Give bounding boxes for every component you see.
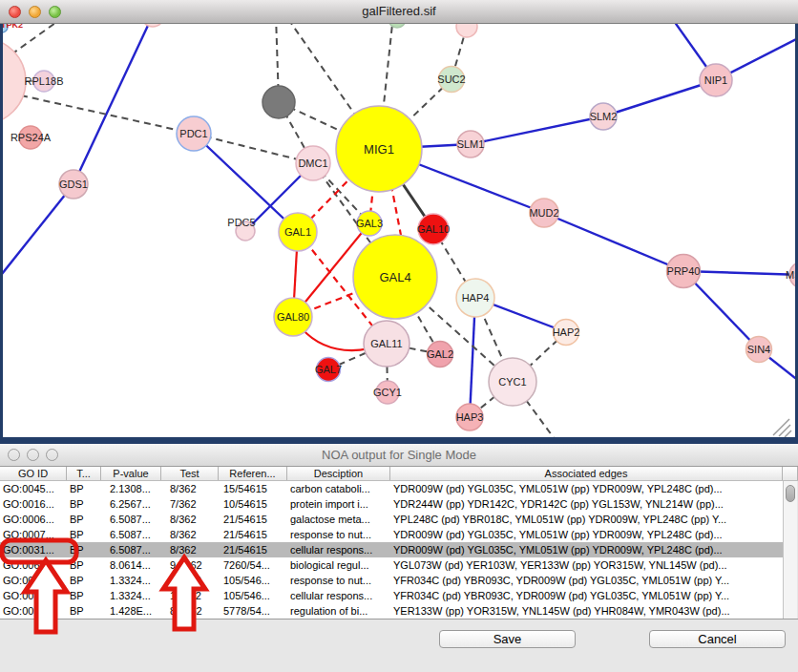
table-row[interactable]: GO:0031...BP1.3324...11/362105/546...cel… (0, 588, 783, 603)
cell-test: 7/362 (161, 496, 219, 512)
node-partial-top-pink[interactable] (456, 24, 477, 37)
network-window-titlebar[interactable]: galFiltered.sif (0, 0, 798, 24)
cell-edges: YPL248C (pd) YBR018C, YML051W (pp) YDR00… (390, 512, 783, 527)
resize-grip-icon[interactable] (773, 419, 791, 437)
column-header-go-id[interactable]: GO ID (0, 467, 67, 480)
node-label: GAL3 (356, 218, 383, 229)
cell-description: response to nut... (287, 527, 390, 542)
cell-p_value: 6.5087... (101, 527, 161, 542)
cell-reference: 15/54615 (219, 481, 287, 496)
graph-edge (3, 184, 74, 279)
cell-test: 11/362 (161, 573, 219, 588)
cell-reference: 5778/54... (219, 603, 287, 619)
cell-type: BP (67, 512, 101, 527)
node-label: SUC2 (437, 74, 465, 85)
node-label: SLM2 (590, 111, 618, 122)
node-label: HAP3 (456, 411, 484, 423)
save-button[interactable]: Save (439, 630, 576, 648)
cell-test: 8/362 (161, 512, 219, 527)
cell-description: galactose meta... (287, 512, 390, 527)
table-row[interactable]: GO:0007...BP6.5087...8/36221/54615respon… (0, 527, 783, 542)
node-label: HAP2 (553, 326, 580, 338)
column-header-associated-edges[interactable]: Associated edges (390, 467, 783, 480)
cell-description: regulation of bi... (287, 603, 390, 619)
node-label: GAL2 (427, 348, 453, 360)
graph-edge (74, 24, 153, 184)
network-canvas[interactable]: TPK2 RPL18B RPS24A GDS1 PDC1 DMC1 MIG1 S… (3, 24, 795, 437)
cell-p_value: 6.5087... (101, 512, 161, 527)
network-window: galFiltered.sif (0, 0, 798, 444)
results-table: GO:0045...BP2.1308...8/36215/54615carbon… (0, 481, 783, 619)
table-row[interactable]: GO:0031...BP6.5087...8/36221/54615cellul… (0, 542, 783, 557)
node-label: DMC1 (298, 158, 327, 169)
node-label: NIP1 (704, 74, 727, 86)
noa-window-title: NOA output for Single Mode (0, 448, 798, 462)
table-header[interactable]: GO ID T... P-value Test Referen... Desci… (0, 467, 798, 481)
cell-reference: 105/546... (219, 573, 287, 588)
node-label: PDC1 (179, 128, 207, 139)
node-label: RPS24A (10, 132, 52, 143)
cell-edges: YFR034C (pd) YBR093C, YDR009W (pd) YGL03… (390, 573, 783, 588)
cell-type: BP (67, 496, 101, 512)
cell-type: BP (67, 542, 101, 557)
column-header-test[interactable]: Test (161, 467, 219, 480)
cell-edges: YER133W (pp) YOR315W, YNL145W (pd) YHR08… (390, 603, 783, 619)
cell-p_value: 1.3324... (101, 573, 161, 588)
cell-description: biological regul... (287, 557, 390, 573)
cell-p_value: 1.428E... (101, 603, 161, 619)
noa-window-titlebar[interactable]: NOA output for Single Mode (0, 444, 798, 467)
cell-p_value: 6.2567... (101, 496, 161, 512)
cell-reference: 105/546... (219, 588, 287, 603)
vertical-scrollbar[interactable] (783, 481, 797, 619)
cell-go_id: GO:0006... (0, 512, 67, 527)
node-label: GAL80 (277, 311, 309, 323)
scrollbar-thumb[interactable] (786, 485, 795, 502)
column-header-type[interactable]: T... (67, 467, 101, 480)
node-label: SIN4 (747, 344, 770, 355)
cancel-button[interactable]: Cancel (649, 630, 786, 648)
cell-go_id: GO:0016... (0, 496, 67, 512)
cell-go_id: GO:0031... (0, 573, 67, 588)
cell-description: protein import i... (287, 496, 390, 512)
table-bottom-divider (0, 619, 798, 620)
node-partial-top[interactable] (141, 24, 164, 27)
cell-reference: 10/54615 (219, 496, 287, 512)
node-label: GAL11 (370, 338, 402, 349)
table-row[interactable]: GO:0031...BP1.3324...11/362105/546...res… (0, 573, 783, 588)
cell-type: BP (67, 481, 101, 496)
table-row[interactable]: GO:0050...BP1.428E...80/3625778/54...reg… (0, 603, 783, 619)
column-header-spacer (783, 467, 798, 480)
cell-test: 8/362 (161, 527, 219, 542)
nodes (3, 24, 795, 430)
cell-type: BP (67, 588, 101, 603)
node-unlabeled-large[interactable] (3, 38, 26, 124)
cell-type: BP (67, 573, 101, 588)
cell-type: BP (67, 527, 101, 542)
column-header-description[interactable]: Desciption (287, 467, 390, 480)
cell-type: BP (67, 557, 101, 573)
node-label: GCY1 (373, 387, 402, 398)
node-label-fragment: TPK2 (3, 24, 23, 30)
cell-p_value: 8.0614... (101, 557, 161, 573)
node-gray[interactable] (262, 86, 295, 118)
table-row[interactable]: GO:0045...BP2.1308...8/36215/54615carbon… (0, 481, 783, 496)
cell-test: 94/362 (161, 557, 219, 573)
cell-reference: 21/54615 (219, 542, 287, 557)
table-row[interactable]: GO:0006...BP6.5087...8/36221/54615galact… (0, 512, 783, 527)
cell-description: carbon cataboli... (287, 481, 390, 496)
screenshot-root: galFiltered.sif (0, 0, 798, 672)
graph-edge (471, 116, 603, 144)
node-label: GAL4 (379, 270, 410, 284)
cell-edges: YDR244W (pp) YDR142C, YDR142C (pp) YGL15… (390, 496, 783, 512)
cell-edges: YGL073W (pd) YER103W, YER133W (pp) YOR31… (390, 557, 783, 573)
cell-description: cellular respons... (287, 588, 390, 603)
cell-go_id: GO:0050... (0, 603, 67, 619)
cell-go_id: GO:0031... (0, 588, 67, 603)
cell-p_value: 6.5087... (101, 542, 161, 557)
cell-description: response to nut... (287, 573, 390, 588)
column-header-p-value[interactable]: P-value (101, 467, 161, 480)
column-header-reference[interactable]: Referen... (219, 467, 287, 480)
graph-edge (194, 134, 313, 163)
table-row[interactable]: GO:0016...BP6.2567...7/36210/54615protei… (0, 496, 783, 512)
table-row[interactable]: GO:0065...BP8.0614...94/3627260/54...bio… (0, 557, 783, 573)
